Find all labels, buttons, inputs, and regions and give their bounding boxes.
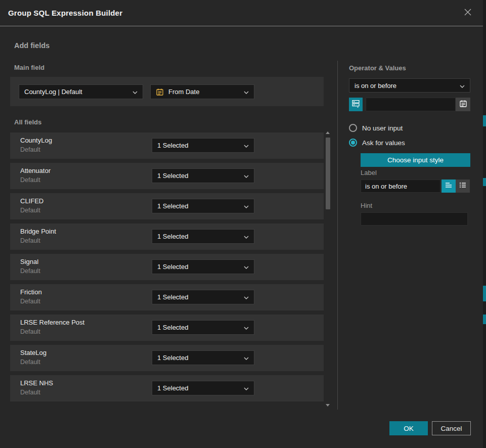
operator-select-value: is on or before [355, 82, 457, 89]
field-name: StateLog [20, 349, 47, 356]
background-app-edge [483, 0, 486, 448]
dialog-header: Group SQL Expression Builder [0, 0, 483, 26]
close-button[interactable] [461, 7, 474, 20]
field-selection-dropdown[interactable]: 1 Selected [152, 381, 254, 395]
radio-circle[interactable] [349, 124, 357, 132]
all-fields-label: All fields [14, 118, 41, 126]
date-picker-button[interactable] [456, 98, 470, 111]
field-row-lrse-reference-post: LRSE Reference Post Default 1 Selected [10, 315, 324, 341]
background-accent-sliver [483, 286, 486, 301]
field-name: Bridge Point [20, 228, 56, 235]
field-row-friction: Friction Default 1 Selected [10, 284, 324, 310]
field-subtitle: Default [20, 207, 40, 214]
group-sql-expression-builder-dialog: Group SQL Expression Builder Add fields … [0, 0, 486, 448]
field-selection-value: 1 Selected [157, 233, 241, 240]
chevron-down-icon [244, 233, 249, 240]
add-fields-heading: Add fields [14, 41, 50, 50]
scroll-up-arrow-icon[interactable] [326, 131, 330, 134]
list-style-button[interactable] [456, 180, 470, 193]
chevron-down-icon [244, 202, 249, 210]
field-subtitle: Default [20, 359, 40, 366]
value-input-type-button[interactable] [349, 98, 363, 111]
chevron-down-icon [460, 82, 465, 89]
field-row-bridge-point: Bridge Point Default 1 Selected [10, 223, 324, 250]
chevron-down-icon [244, 293, 249, 301]
layer-select-value: CountyLog | Default [24, 88, 129, 96]
field-selection-dropdown[interactable]: 1 Selected [152, 320, 254, 335]
chevron-down-icon [244, 172, 249, 180]
radio-label: Ask for values [362, 139, 405, 147]
background-accent-sliver [483, 178, 486, 186]
field-subtitle: Default [20, 176, 40, 184]
field-subtitle: Default [20, 267, 40, 275]
align-left-icon [445, 181, 453, 191]
list-scrollbar[interactable] [325, 130, 331, 408]
field-selection-value: 1 Selected [157, 263, 241, 271]
field-name: LRSE NHS [20, 379, 53, 387]
single-line-style-button[interactable] [441, 180, 456, 193]
close-icon [463, 7, 473, 19]
field-subtitle: Default [20, 298, 40, 305]
field-selection-dropdown[interactable]: 1 Selected [152, 199, 254, 213]
chevron-down-icon [132, 88, 138, 96]
label-input[interactable] [361, 180, 440, 193]
dialog-title: Group SQL Expression Builder [8, 9, 122, 17]
main-field-select[interactable]: From Date [150, 84, 254, 99]
field-subtitle: Default [20, 237, 40, 244]
background-accent-sliver [483, 315, 486, 324]
field-row-statelog: StateLog Default 1 Selected [10, 345, 324, 371]
radio-ask-for-values[interactable]: Ask for values [349, 139, 405, 147]
field-selection-dropdown[interactable]: 1 Selected [152, 229, 254, 244]
field-row-countylog: CountyLog Default 1 Selected [10, 132, 324, 159]
field-subtitle: Default [20, 328, 40, 335]
all-fields-list: CountyLog Default 1 Selected Attenuator … [10, 132, 324, 406]
field-row-lrse-nhs: LRSE NHS Default 1 Selected [10, 375, 324, 401]
bulleted-list-icon [459, 181, 467, 191]
field-name: LRSE Reference Post [20, 319, 84, 326]
field-subtitle: Default [20, 146, 40, 153]
stacked-input-rows-icon [351, 99, 360, 110]
field-selection-dropdown[interactable]: 1 Selected [152, 350, 254, 365]
field-selection-value: 1 Selected [157, 324, 241, 331]
hint-input[interactable] [361, 212, 468, 226]
field-selection-value: 1 Selected [157, 384, 241, 392]
radio-no-user-input[interactable]: No user input [349, 124, 403, 132]
field-name: CountyLog [20, 137, 52, 144]
field-row-signal: Signal Default 1 Selected [10, 254, 324, 280]
field-selection-value: 1 Selected [157, 354, 241, 362]
main-field-select-value: From Date [168, 88, 241, 96]
calendar-icon [459, 100, 467, 110]
chevron-down-icon [244, 142, 249, 149]
chevron-down-icon [244, 324, 249, 331]
field-subtitle: Default [20, 389, 40, 396]
field-row-attenuator: Attenuator Default 1 Selected [10, 163, 324, 189]
field-selection-dropdown[interactable]: 1 Selected [152, 259, 254, 274]
field-selection-dropdown[interactable]: 1 Selected [152, 290, 254, 304]
hint-caption: Hint [361, 202, 372, 209]
field-name: CLIFED [20, 197, 43, 205]
radio-circle[interactable] [349, 139, 357, 147]
calendar-icon [156, 88, 164, 96]
scroll-down-arrow-icon[interactable] [326, 404, 330, 407]
field-selection-value: 1 Selected [157, 172, 241, 180]
value-input[interactable] [366, 98, 456, 111]
field-selection-dropdown[interactable]: 1 Selected [152, 168, 254, 183]
chevron-down-icon [244, 354, 249, 362]
layer-select[interactable]: CountyLog | Default [19, 84, 143, 99]
cancel-button[interactable]: Cancel [432, 421, 471, 435]
scrollbar-thumb[interactable] [326, 138, 330, 209]
choose-input-style-button[interactable]: Choose input style [361, 153, 470, 167]
field-selection-value: 1 Selected [157, 293, 241, 301]
ok-button[interactable]: OK [389, 421, 428, 435]
field-selection-value: 1 Selected [157, 142, 241, 149]
field-name: Signal [20, 258, 38, 265]
field-name: Friction [20, 288, 42, 296]
field-name: Attenuator [20, 167, 51, 174]
main-field-label: Main field [14, 64, 45, 71]
field-selection-dropdown[interactable]: 1 Selected [152, 138, 254, 153]
label-style-toggle [441, 180, 470, 193]
vertical-divider [337, 61, 338, 410]
chevron-down-icon [244, 88, 249, 96]
operator-select[interactable]: is on or before [349, 78, 470, 93]
radio-label: No user input [362, 124, 403, 132]
